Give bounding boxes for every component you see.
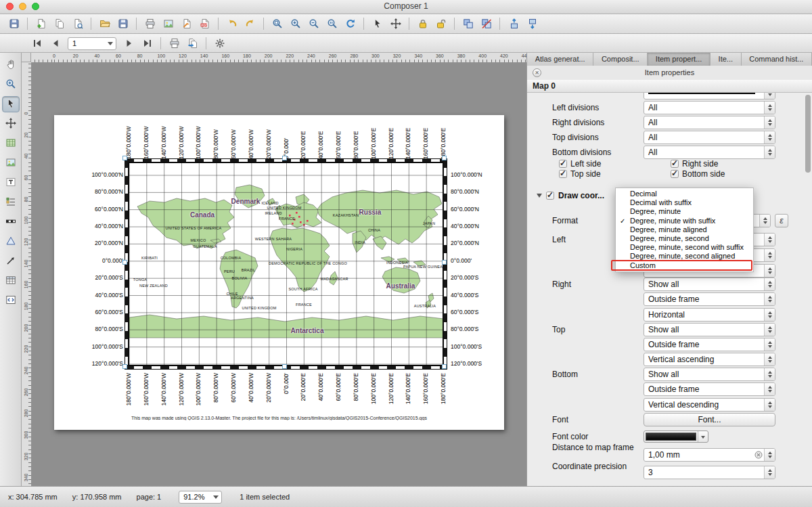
selection-handle[interactable] <box>442 156 447 160</box>
zoom-out-button[interactable] <box>305 16 322 31</box>
data-defined-override-button[interactable] <box>753 449 764 460</box>
font-button[interactable]: Font... <box>644 413 775 426</box>
atlas-page-combo[interactable]: 1 <box>68 37 116 50</box>
export-as-svg-button[interactable] <box>178 16 195 31</box>
left-side-checkbox[interactable]: Left side <box>559 159 601 169</box>
refresh-view-button[interactable] <box>342 16 359 31</box>
pan-composer-button[interactable] <box>2 57 20 73</box>
select-move-item-button[interactable] <box>2 96 20 112</box>
format-menu-item[interactable]: Degree, minute, second with suffix <box>616 243 753 252</box>
grid-line-style-select[interactable] <box>644 93 775 100</box>
atlas-settings-button[interactable] <box>211 36 228 51</box>
map-item[interactable]: CanadaDenmarkRussiaAustraliaAntarcticaKI… <box>129 162 443 366</box>
export-as-pdf-button[interactable] <box>196 16 213 31</box>
selection-handle[interactable] <box>282 156 287 160</box>
print-button[interactable] <box>141 16 158 31</box>
top-annotation-select-1[interactable]: Show all <box>644 323 775 336</box>
left-divisions-select[interactable]: All <box>644 101 775 114</box>
right-annotation-select-1[interactable]: Show all <box>644 278 775 291</box>
export-as-image-button[interactable] <box>160 16 177 31</box>
zoom-composer-button[interactable] <box>2 76 20 93</box>
zoom-in-button[interactable] <box>287 16 304 31</box>
selection-handle[interactable] <box>122 156 127 160</box>
top-divisions-select[interactable]: All <box>644 131 775 144</box>
add-new-label-button[interactable] <box>2 175 20 191</box>
tab-command-hist---[interactable]: Command hist... <box>742 53 812 66</box>
bottom-annotation-select-3[interactable]: Vertical descending <box>644 398 775 412</box>
minimize-window-button[interactable] <box>19 3 26 10</box>
add-attribute-table-button[interactable] <box>2 273 20 289</box>
duplicate-composition-button[interactable] <box>51 16 68 31</box>
format-menu-item[interactable]: Degree, minute <box>616 207 753 216</box>
atlas-first-button[interactable] <box>28 36 45 51</box>
select-move-item-button[interactable] <box>369 16 386 31</box>
selection-handle[interactable] <box>122 364 127 369</box>
undo-button[interactable] <box>223 16 240 31</box>
selection-handle[interactable] <box>122 260 127 265</box>
open-template-button[interactable] <box>96 16 113 31</box>
ungroup-items-button[interactable] <box>478 16 495 31</box>
add-basic-shape-button[interactable] <box>2 234 20 250</box>
close-panel-button[interactable] <box>533 68 541 77</box>
print-atlas-button[interactable] <box>166 36 183 51</box>
font-color-picker[interactable] <box>644 431 708 443</box>
raise-selected-items-button[interactable] <box>505 16 522 31</box>
top-annotation-select-2[interactable]: Outside frame <box>644 338 775 351</box>
panel-scrollbar[interactable] <box>805 93 811 486</box>
tab-composit---[interactable]: Composit... <box>593 53 648 66</box>
format-menu-item[interactable]: Decimal <box>616 190 753 198</box>
move-item-content-button[interactable] <box>2 116 20 132</box>
bottom-annotation-select-1[interactable]: Show all <box>644 368 775 381</box>
bottom-annotation-select-2[interactable]: Outside frame <box>644 382 775 396</box>
tab-item-propert---[interactable]: Item propert... <box>648 53 710 66</box>
tab-atlas-generat---[interactable]: Atlas generat... <box>527 53 593 66</box>
group-items-button[interactable] <box>459 16 476 31</box>
expression-button[interactable]: ε <box>775 214 788 227</box>
add-html-frame-button[interactable] <box>2 292 20 309</box>
zoom-full-button[interactable] <box>269 16 286 31</box>
add-arrow-button[interactable] <box>2 253 20 269</box>
zoom-window-button[interactable] <box>32 3 39 10</box>
zoom-level-combo[interactable]: 91.2% <box>179 491 222 504</box>
save-project-button[interactable] <box>5 16 22 31</box>
top-annotation-select-3[interactable]: Vertical ascending <box>644 353 775 366</box>
atlas-last-button[interactable] <box>139 36 156 51</box>
scrollbar-thumb[interactable] <box>805 95 811 173</box>
add-image-button[interactable] <box>2 155 20 171</box>
format-menu-item[interactable]: Degree, minute aligned <box>616 225 753 234</box>
coordinate-precision-input[interactable]: 3 <box>644 466 775 479</box>
save-as-template-button[interactable] <box>114 16 131 31</box>
bottom-divisions-select[interactable]: All <box>644 146 775 159</box>
selection-handle[interactable] <box>282 364 287 369</box>
move-item-content-button[interactable] <box>387 16 404 31</box>
composer-page[interactable]: CanadaDenmarkRussiaAustraliaAntarcticaKI… <box>54 115 504 430</box>
new-composition-button[interactable] <box>32 16 49 31</box>
format-menu-item[interactable]: Degree, minute, second <box>616 234 753 243</box>
atlas-prev-button[interactable] <box>47 36 64 51</box>
top-side-checkbox[interactable]: Top side <box>559 169 601 179</box>
right-annotation-select-2[interactable]: Outside frame <box>644 292 775 306</box>
distance-to-map-frame-input[interactable]: 1,00 mm <box>644 448 775 462</box>
format-menu-item[interactable]: Degree, minute, second aligned <box>616 252 753 261</box>
unlock-all-items-button[interactable] <box>432 16 449 31</box>
right-annotation-select-3[interactable]: Horizontal <box>644 308 775 322</box>
lock-selected-items-button[interactable] <box>414 16 431 31</box>
add-new-legend-button[interactable] <box>2 194 20 211</box>
selection-handle[interactable] <box>442 364 447 369</box>
lower-selected-items-button[interactable] <box>523 16 540 31</box>
collapse-triangle-icon[interactable] <box>537 194 542 198</box>
checkbox-icon[interactable] <box>546 192 554 200</box>
atlas-next-button[interactable] <box>120 36 137 51</box>
right-divisions-select[interactable]: All <box>644 116 775 129</box>
format-menu-item[interactable]: Custom <box>616 261 753 270</box>
right-side-checkbox[interactable]: Right side <box>671 159 718 169</box>
zoom-actual-button[interactable] <box>323 16 340 31</box>
add-new-map-button[interactable] <box>2 135 20 152</box>
tab-ite---[interactable]: Ite... <box>710 53 742 66</box>
export-atlas-button[interactable] <box>184 36 201 51</box>
close-window-button[interactable] <box>6 3 14 10</box>
format-menu-item[interactable]: ✓Degree, minute with suffix <box>616 217 753 225</box>
redo-button[interactable] <box>242 16 258 31</box>
composition-manager-button[interactable] <box>69 16 86 31</box>
composition-canvas[interactable]: CanadaDenmarkRussiaAustraliaAntarcticaKI… <box>31 62 526 487</box>
